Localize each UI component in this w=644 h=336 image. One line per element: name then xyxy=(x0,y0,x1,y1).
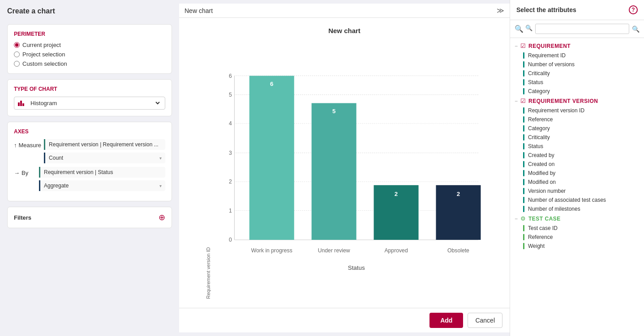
filters-section: Filters ⊕ xyxy=(7,207,172,228)
svg-text:6: 6 xyxy=(229,73,232,79)
requirement-checkbox-icon: ☑ xyxy=(520,43,526,49)
attr-created-on[interactable]: Created on xyxy=(510,160,644,169)
aggregate-field-box[interactable]: Aggregate xyxy=(39,180,165,191)
testcase-collapse-icon: − xyxy=(515,216,518,222)
chart-svg: 0 1 2 3 4 5 6 6 5 2 xyxy=(215,42,483,299)
attr-status-req[interactable]: Status xyxy=(510,78,644,87)
chart-type-section: Type of chart Histogram xyxy=(7,79,172,116)
page-title: Create a chart xyxy=(7,7,172,15)
svg-text:6: 6 xyxy=(270,81,273,87)
radio-project-selection[interactable]: Project selection xyxy=(14,51,165,58)
expand-button[interactable]: ≫ xyxy=(497,6,504,15)
reqversion-collapse-icon: − xyxy=(515,98,518,104)
attr-modified-by[interactable]: Modified by xyxy=(510,169,644,178)
testcase-section-name: TEST CASE xyxy=(528,216,561,222)
by-fields: Requirement version | Status Aggregate xyxy=(39,167,165,191)
attr-version-number[interactable]: Version number xyxy=(510,187,644,196)
measure-label: Measure xyxy=(14,139,41,149)
svg-text:4: 4 xyxy=(229,121,232,127)
help-icon[interactable]: ? xyxy=(629,5,638,14)
svg-text:0: 0 xyxy=(229,237,232,243)
attr-criticality-reqver[interactable]: Criticality xyxy=(510,133,644,142)
search-bar: 🔍 🔍 🔍 xyxy=(510,20,644,38)
testcase-icon: ⚙ xyxy=(520,215,526,222)
attr-testcase-id[interactable]: Test case ID xyxy=(510,224,644,233)
radio-custom-selection[interactable]: Custom selection xyxy=(14,60,165,67)
right-panel-header: Select the attributes ? xyxy=(510,0,644,20)
attr-reqversion-id[interactable]: Requirement version ID xyxy=(510,106,644,115)
attr-modified-on[interactable]: Modified on xyxy=(510,178,644,187)
middle-panel: ≫ New chart Requirement version ID xyxy=(179,0,510,336)
svg-text:5: 5 xyxy=(229,92,232,98)
attr-reference-testcase[interactable]: Reference xyxy=(510,233,644,242)
svg-text:2: 2 xyxy=(229,179,232,185)
zoom-in-icon[interactable]: 🔍 xyxy=(515,25,524,33)
zoom-out-icon[interactable]: 🔍 xyxy=(525,25,532,33)
requirement-section-name: REQUIREMENT xyxy=(528,43,571,49)
attr-weight-testcase[interactable]: Weight xyxy=(510,242,644,251)
attr-num-test-cases[interactable]: Number of associated test cases xyxy=(510,196,644,204)
svg-text:Approved: Approved xyxy=(384,247,408,254)
chart-footer: Add Cancel xyxy=(179,308,510,332)
reqversion-items: Requirement version ID Reference Categor… xyxy=(510,106,644,213)
bar-under-review xyxy=(312,103,356,240)
attr-num-milestones[interactable]: Number of milestones xyxy=(510,204,644,213)
testcase-items: Test case ID Reference Weight xyxy=(510,224,644,251)
chart-type-select[interactable]: Histogram xyxy=(14,97,165,110)
perimeter-title: Perimeter xyxy=(14,31,165,37)
reqversion-checkbox-icon: ☑ xyxy=(520,98,526,104)
chart-type-dropdown[interactable]: Histogram xyxy=(29,99,161,107)
svg-text:5: 5 xyxy=(332,108,336,115)
attr-requirement-id[interactable]: Requirement ID xyxy=(510,51,644,60)
svg-text:2: 2 xyxy=(395,191,398,197)
attr-criticality-req[interactable]: Criticality xyxy=(510,69,644,78)
add-button[interactable]: Add xyxy=(429,313,463,328)
chart-main-title: New chart xyxy=(328,27,361,34)
measure-arrow-icon xyxy=(14,142,17,149)
attr-category-req[interactable]: Category xyxy=(510,87,644,96)
attr-number-of-versions[interactable]: Number of versions xyxy=(510,60,644,69)
cancel-button[interactable]: Cancel xyxy=(468,313,502,328)
requirement-section-header[interactable]: − ☑ REQUIREMENT xyxy=(510,41,644,51)
requirement-collapse-icon: − xyxy=(515,43,518,49)
measure-field-box[interactable]: Requirement version | Requirement versio… xyxy=(44,139,165,150)
measure-row: Measure Requirement version | Requiremen… xyxy=(14,139,165,163)
count-chevron-icon xyxy=(159,155,162,161)
agg-chevron-icon xyxy=(159,183,162,189)
svg-text:1: 1 xyxy=(229,208,232,214)
y-axis-label: Requirement version ID xyxy=(206,42,211,299)
chart-container: New chart Requirement version ID xyxy=(179,18,510,308)
zoom-icons: 🔍 🔍 xyxy=(515,25,532,33)
by-arrow-icon xyxy=(14,170,20,176)
attr-status-reqver[interactable]: Status xyxy=(510,142,644,151)
reqversion-section-header[interactable]: − ☑ REQUIREMENT VERSION xyxy=(510,96,644,106)
reqversion-section-name: REQUIREMENT VERSION xyxy=(528,98,598,104)
perimeter-section: Perimeter Current project Project select… xyxy=(7,24,172,74)
right-panel-title: Select the attributes xyxy=(516,6,576,13)
count-field-box[interactable]: Count xyxy=(44,153,165,163)
attr-category-reqver[interactable]: Category xyxy=(510,124,644,133)
requirement-items: Requirement ID Number of versions Critic… xyxy=(510,51,644,96)
attr-created-by[interactable]: Created by xyxy=(510,151,644,160)
testcase-section-header[interactable]: − ⚙ TEST CASE xyxy=(510,213,644,224)
chart-type-title: Type of chart xyxy=(14,86,165,92)
chart-title-input[interactable] xyxy=(185,7,493,14)
svg-text:Under review: Under review xyxy=(318,247,350,254)
left-panel: Create a chart Perimeter Current project… xyxy=(0,0,179,336)
axes-title: Axes xyxy=(14,128,165,135)
by-field-box[interactable]: Requirement version | Status xyxy=(39,167,165,178)
histogram-icon xyxy=(18,101,24,106)
by-row: By Requirement version | Status Aggregat… xyxy=(14,167,165,191)
search-input[interactable] xyxy=(535,24,629,34)
measure-fields: Requirement version | Requirement versio… xyxy=(44,139,165,163)
svg-text:2: 2 xyxy=(457,191,460,197)
perimeter-options: Current project Project selection Custom… xyxy=(14,42,165,67)
right-panel: Select the attributes ? 🔍 🔍 🔍 − ☑ REQUIR… xyxy=(510,0,644,336)
chart-header: ≫ xyxy=(179,4,510,18)
add-filter-button[interactable]: ⊕ xyxy=(159,213,165,222)
svg-text:Status: Status xyxy=(348,264,365,271)
radio-current-project[interactable]: Current project xyxy=(14,42,165,48)
attr-reference-reqver[interactable]: Reference xyxy=(510,115,644,124)
bar-work-in-progress xyxy=(249,76,294,240)
by-label: By xyxy=(14,167,36,176)
